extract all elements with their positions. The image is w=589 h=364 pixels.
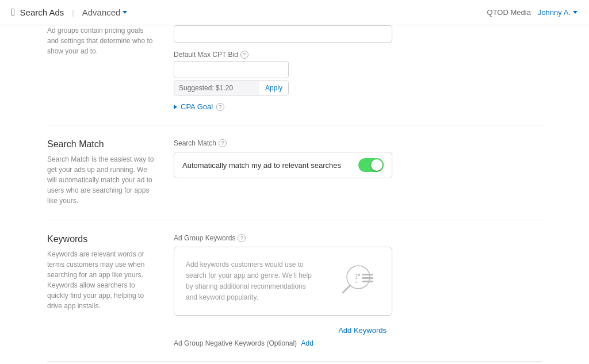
add-negative-keywords-button[interactable]: Add — [301, 339, 313, 347]
ad-group-name-input[interactable] — [174, 25, 392, 43]
search-match-right: Search Match ? Automatically match my ad… — [174, 139, 542, 206]
audience-section: Audience Refine the audience for your ad… — [47, 362, 542, 364]
header-section[interactable]: Advanced — [82, 7, 128, 17]
negative-keywords-label: Ad Group Negative Keywords (Optional) — [174, 339, 297, 347]
toggle-knob — [371, 159, 383, 171]
app-name: Search Ads — [20, 7, 64, 17]
org-name: QTOD Media — [487, 8, 531, 17]
default-max-cpt-group: Default Max CPT Bid ? Suggested: $1.20 A… — [174, 51, 542, 95]
suggested-bid-text: Suggested: $1.20 — [174, 81, 259, 95]
add-keywords-button[interactable]: Add Keywords — [174, 321, 392, 335]
user-menu[interactable]: Johnny A. — [538, 8, 577, 17]
header:  Search Ads | Advanced QTOD Media Johnn… — [0, 0, 589, 25]
search-match-section: Search Match Search Match is the easiest… — [47, 125, 542, 220]
svg-line-1 — [343, 286, 350, 293]
negative-keywords-row: Ad Group Negative Keywords (Optional) Ad… — [174, 339, 392, 347]
keywords-title: Keywords — [47, 234, 156, 244]
apple-logo-icon:  — [12, 6, 16, 18]
ad-groups-left: Ad groups contain pricing goals and sett… — [47, 25, 174, 111]
search-match-field-label: Search Match ? — [174, 139, 542, 147]
cpa-chevron-icon — [174, 105, 177, 109]
keywords-illustration-icon: + + + — [334, 261, 380, 301]
keywords-section: Keywords Keywords are relevant words or … — [47, 220, 542, 362]
default-max-cpt-label: Default Max CPT Bid ? — [174, 51, 542, 59]
cpa-goal-help-icon[interactable]: ? — [216, 103, 224, 111]
svg-text:+: + — [355, 280, 358, 285]
svg-rect-4 — [362, 281, 373, 282]
search-match-title: Search Match — [47, 139, 156, 150]
cpa-goal-label: CPA Goal — [181, 102, 213, 111]
search-match-toggle-row: Automatically match my ad to relevant se… — [174, 152, 392, 178]
svg-point-5 — [358, 274, 360, 276]
apply-suggested-button[interactable]: Apply — [259, 81, 288, 95]
header-divider: | — [72, 8, 74, 17]
section-chevron-icon — [123, 11, 127, 14]
suggested-bid: Suggested: $1.20 Apply — [174, 81, 289, 95]
search-match-left: Search Match Search Match is the easiest… — [47, 139, 174, 206]
keywords-left: Keywords Keywords are relevant words or … — [47, 234, 174, 347]
header-right: QTOD Media Johnny A. — [487, 8, 577, 17]
search-match-desc: Search Match is the easiest way to get y… — [47, 154, 156, 206]
keywords-right: Ad Group Keywords ? Add keywords custome… — [174, 234, 542, 347]
keywords-desc: Keywords are relevant words or terms cus… — [47, 249, 156, 311]
ad-groups-section: Ad groups contain pricing goals and sett… — [47, 25, 542, 125]
search-match-help-icon[interactable]: ? — [219, 139, 227, 147]
ad-group-name-group — [174, 25, 542, 43]
user-chevron-icon — [573, 11, 577, 14]
ad-group-keywords-label: Ad Group Keywords ? — [174, 234, 542, 242]
section-label: Advanced — [82, 7, 121, 17]
search-match-toggle[interactable] — [358, 158, 384, 172]
keywords-placeholder-text: Add keywords customers would use to sear… — [186, 259, 312, 304]
default-max-cpt-help-icon[interactable]: ? — [240, 51, 248, 59]
svg-rect-3 — [362, 277, 373, 279]
max-cpt-bid-input[interactable] — [174, 61, 289, 78]
keywords-help-icon[interactable]: ? — [238, 234, 246, 242]
ad-groups-right: Default Max CPT Bid ? Suggested: $1.20 A… — [174, 25, 542, 111]
keywords-box: Add keywords customers would use to sear… — [174, 247, 392, 316]
user-name: Johnny A. — [538, 8, 571, 17]
main-content: Ad groups contain pricing goals and sett… — [36, 25, 553, 364]
header-left:  Search Ads | Advanced — [12, 6, 127, 18]
ad-groups-desc: Ad groups contain pricing goals and sett… — [47, 25, 156, 56]
search-match-toggle-label: Automatically match my ad to relevant se… — [182, 161, 341, 170]
svg-rect-2 — [362, 274, 373, 275]
cpa-goal-row[interactable]: CPA Goal ? — [174, 102, 542, 111]
